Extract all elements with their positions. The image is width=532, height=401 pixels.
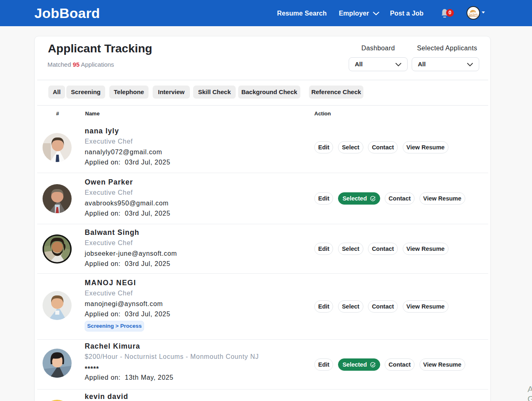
svg-text:MOZZILLA: MOZZILLA [469, 15, 478, 17]
